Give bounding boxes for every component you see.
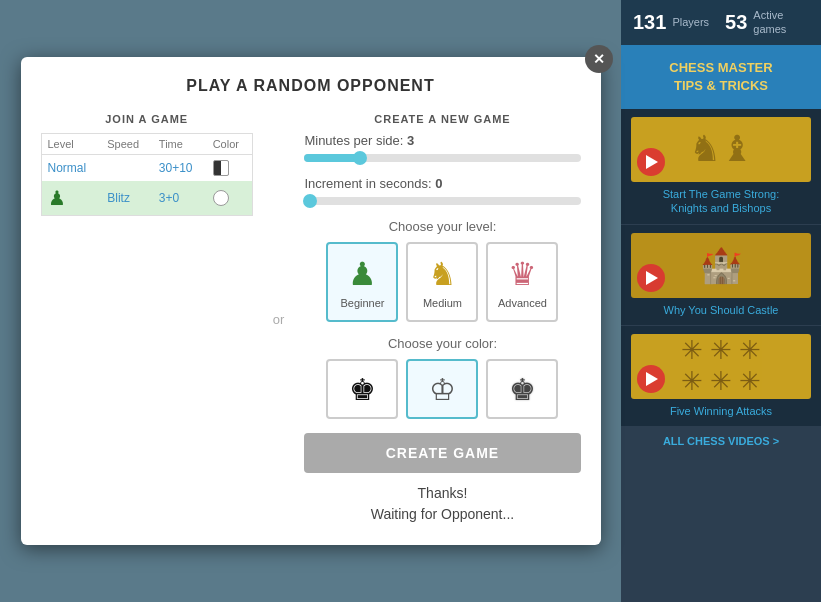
waiting-line2: Waiting for Opponent...	[304, 504, 580, 525]
black-king-icon: ♚	[349, 372, 376, 407]
level-options: ♟ Beginner ♞ Medium ♛ Advanced	[304, 242, 580, 322]
row-speed: Blitz	[101, 181, 153, 216]
video-item-1[interactable]: ♞♝ Start The Game Strong:Knights and Bis…	[621, 109, 821, 225]
medium-icon: ♞	[428, 255, 457, 293]
minutes-slider-row: Minutes per side: 3	[304, 133, 580, 162]
create-panel: CREATE A NEW GAME Minutes per side: 3 In…	[304, 113, 580, 525]
join-panel: JOIN A GAME Level Speed Time Color Norma…	[41, 113, 253, 525]
increment-slider-row: Increment in seconds: 0	[304, 176, 580, 205]
modal-overlay: ✕ PLAY A RANDOM OPPONENT JOIN A GAME Lev…	[0, 0, 621, 602]
waiting-line1: Thanks!	[304, 483, 580, 504]
choose-level-label: Choose your level:	[304, 219, 580, 234]
tips-title: CHESS MASTERTIPS & TRICKS	[631, 59, 811, 95]
play-icon-3	[646, 372, 658, 386]
video-thumb-3[interactable]: ✳ ✳ ✳✳ ✳ ✳	[631, 334, 811, 399]
tips-header: CHESS MASTERTIPS & TRICKS	[621, 45, 821, 109]
col-color: Color	[207, 134, 253, 155]
color-half-icon	[213, 160, 229, 176]
white-king-icon: ♚	[509, 372, 536, 407]
join-panel-title: JOIN A GAME	[41, 113, 253, 125]
row-speed	[101, 155, 153, 182]
play-btn-3[interactable]	[637, 365, 665, 393]
increment-value: 0	[435, 176, 442, 191]
level-btn-advanced[interactable]: ♛ Advanced	[486, 242, 558, 322]
video-title-2: Why You Should Castle	[631, 303, 811, 317]
close-button[interactable]: ✕	[585, 45, 613, 73]
active-count: 53	[725, 11, 747, 34]
beginner-label: Beginner	[340, 297, 384, 309]
row-time: 3+0	[153, 181, 207, 216]
play-icon-2	[646, 271, 658, 285]
row-color	[207, 181, 253, 216]
minutes-value: 3	[407, 133, 414, 148]
play-btn-2[interactable]	[637, 264, 665, 292]
row-time: 30+10	[153, 155, 207, 182]
level-btn-medium[interactable]: ♞ Medium	[406, 242, 478, 322]
color-options: ♚ ♔ ♚	[304, 359, 580, 419]
minutes-slider-track[interactable]	[304, 154, 580, 162]
minutes-slider-fill	[304, 154, 359, 162]
or-divider: or	[263, 113, 295, 525]
increment-slider-track[interactable]	[304, 197, 580, 205]
color-btn-random[interactable]: ♔	[406, 359, 478, 419]
video-title-3: Five Winning Attacks	[631, 404, 811, 418]
beginner-icon: ♟	[348, 255, 377, 293]
random-king-icon: ♔	[429, 372, 456, 407]
all-videos-link[interactable]: ALL CHESS VIDEOS >	[621, 427, 821, 455]
modal: ✕ PLAY A RANDOM OPPONENT JOIN A GAME Lev…	[21, 57, 601, 545]
col-speed: Speed	[101, 134, 153, 155]
thumb-icon-2: 🏰	[700, 245, 742, 285]
color-btn-black[interactable]: ♚	[326, 359, 398, 419]
waiting-text: Thanks! Waiting for Opponent...	[304, 483, 580, 525]
create-game-button[interactable]: CREATE GAME	[304, 433, 580, 473]
thumb-icon-3: ✳ ✳ ✳✳ ✳ ✳	[681, 335, 761, 397]
join-game-table: Level Speed Time Color Normal 30+10	[41, 133, 253, 216]
minutes-slider-thumb	[353, 151, 367, 165]
video-thumb-2[interactable]: 🏰	[631, 233, 811, 298]
increment-label: Increment in seconds: 0	[304, 176, 580, 191]
minutes-label: Minutes per side: 3	[304, 133, 580, 148]
modal-body: JOIN A GAME Level Speed Time Color Norma…	[41, 113, 581, 525]
advanced-label: Advanced	[498, 297, 547, 309]
or-label: or	[273, 312, 285, 327]
modal-title: PLAY A RANDOM OPPONENT	[41, 77, 581, 95]
color-btn-white[interactable]: ♚	[486, 359, 558, 419]
level-section: Choose your level: ♟ Beginner ♞ Medium ♛	[304, 219, 580, 322]
active-games-stat: 53 Active games	[725, 8, 809, 37]
increment-slider-thumb	[303, 194, 317, 208]
color-section: Choose your color: ♚ ♔ ♚	[304, 336, 580, 419]
stats-bar: 131 Players 53 Active games	[621, 0, 821, 45]
choose-color-label: Choose your color:	[304, 336, 580, 351]
col-time: Time	[153, 134, 207, 155]
col-level: Level	[41, 134, 101, 155]
level-btn-beginner[interactable]: ♟ Beginner	[326, 242, 398, 322]
active-label: Active games	[753, 8, 809, 37]
row-color	[207, 155, 253, 182]
play-icon-1	[646, 155, 658, 169]
sidebar: 131 Players 53 Active games CHESS MASTER…	[621, 0, 821, 602]
row-level: ♟	[41, 181, 101, 216]
create-panel-title: CREATE A NEW GAME	[304, 113, 580, 125]
video-title-1: Start The Game Strong:Knights and Bishop…	[631, 187, 811, 216]
row-level: Normal	[41, 155, 101, 182]
table-row[interactable]: Normal 30+10	[41, 155, 252, 182]
pawn-icon: ♟	[48, 187, 66, 209]
color-circle-icon	[213, 190, 229, 206]
video-item-2[interactable]: 🏰 Why You Should Castle	[621, 225, 821, 326]
table-row[interactable]: ♟ Blitz 3+0	[41, 181, 252, 216]
advanced-icon: ♛	[508, 255, 537, 293]
medium-label: Medium	[423, 297, 462, 309]
players-label: Players	[672, 15, 709, 29]
thumb-icon-1: ♞♝	[689, 128, 753, 170]
players-count: 131	[633, 11, 666, 34]
video-item-3[interactable]: ✳ ✳ ✳✳ ✳ ✳ Five Winning Attacks	[621, 326, 821, 427]
players-stat: 131 Players	[633, 8, 709, 37]
play-btn-1[interactable]	[637, 148, 665, 176]
video-thumb-1[interactable]: ♞♝	[631, 117, 811, 182]
